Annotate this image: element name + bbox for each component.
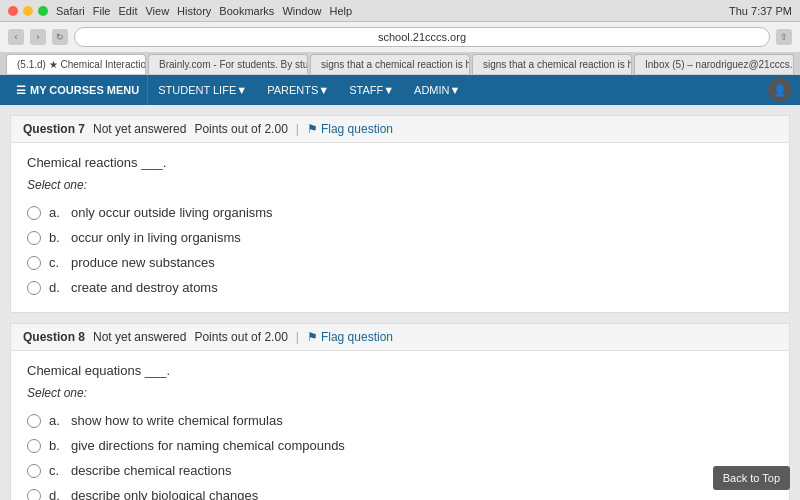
question-8-select-one: Select one: xyxy=(27,386,773,400)
flag-separator-7: | xyxy=(296,122,299,136)
question-8-header: Question 8 Not yet answered Points out o… xyxy=(11,324,789,351)
radio-7-b[interactable] xyxy=(27,231,41,245)
tab-3[interactable]: signs that a chemical reaction is happen… xyxy=(472,54,632,74)
option-text-7-a: only occur outside living organisms xyxy=(71,205,273,220)
maximize-button[interactable] xyxy=(38,6,48,16)
question-8-option-b[interactable]: b. give directions for naming chemical c… xyxy=(27,433,773,458)
back-to-top-button[interactable]: Back to Top xyxy=(713,466,790,490)
menu-view[interactable]: View xyxy=(145,5,169,17)
menu-help[interactable]: Help xyxy=(330,5,353,17)
radio-8-a[interactable] xyxy=(27,414,41,428)
option-letter-8-c: c. xyxy=(49,463,63,478)
tab-0[interactable]: (5.1.d) ★ Chemical Interactions xyxy=(6,54,146,74)
system-time: Thu 7:37 PM xyxy=(729,5,792,17)
menu-bookmarks[interactable]: Bookmarks xyxy=(219,5,274,17)
tab-1[interactable]: Brainly.com - For students. By students. xyxy=(148,54,308,74)
question-7-option-b[interactable]: b. occur only in living organisms xyxy=(27,225,773,250)
user-avatar[interactable]: 👤 xyxy=(768,78,792,102)
question-7-option-a[interactable]: a. only occur outside living organisms xyxy=(27,200,773,225)
option-letter-8-b: b. xyxy=(49,438,63,453)
mac-bar-left: Safari File Edit View History Bookmarks … xyxy=(8,5,352,17)
page-content: Question 7 Not yet answered Points out o… xyxy=(0,105,800,500)
question-8-points: Points out of 2.00 xyxy=(194,330,287,344)
tab-2[interactable]: signs that a chemical reaction is happen… xyxy=(310,54,470,74)
menu-file[interactable]: File xyxy=(93,5,111,17)
share-button[interactable]: ⇧ xyxy=(776,29,792,45)
question-7-text: Chemical reactions ___. xyxy=(27,155,773,170)
forward-button[interactable]: › xyxy=(30,29,46,45)
my-courses-menu[interactable]: ☰ MY COURSES MENU xyxy=(8,75,148,105)
question-7-select-one: Select one: xyxy=(27,178,773,192)
option-letter-7-a: a. xyxy=(49,205,63,220)
option-text-8-c: describe chemical reactions xyxy=(71,463,231,478)
option-text-8-d: describe only biological changes xyxy=(71,488,258,500)
option-letter-8-d: d. xyxy=(49,488,63,500)
browser-toolbar: ‹ › ↻ school.21cccs.org ⇧ xyxy=(0,22,800,52)
site-nav: ☰ MY COURSES MENU STUDENT LIFE ▼ PARENTS… xyxy=(0,75,800,105)
option-text-7-d: create and destroy atoms xyxy=(71,280,218,295)
question-7-option-d[interactable]: d. create and destroy atoms xyxy=(27,275,773,300)
option-text-7-b: occur only in living organisms xyxy=(71,230,241,245)
radio-8-b[interactable] xyxy=(27,439,41,453)
menu-edit[interactable]: Edit xyxy=(118,5,137,17)
menu-history[interactable]: History xyxy=(177,5,211,17)
reload-button[interactable]: ↻ xyxy=(52,29,68,45)
mac-bar-right: Thu 7:37 PM xyxy=(729,5,792,17)
flag-separator-8: | xyxy=(296,330,299,344)
question-8-option-d[interactable]: d. describe only biological changes xyxy=(27,483,773,500)
question-8-option-c[interactable]: c. describe chemical reactions xyxy=(27,458,773,483)
hamburger-icon: ☰ xyxy=(16,84,26,97)
question-8-option-a[interactable]: a. show how to write chemical formulas xyxy=(27,408,773,433)
nav-parents[interactable]: PARENTS ▼ xyxy=(257,75,339,105)
question-7-option-c[interactable]: c. produce new substances xyxy=(27,250,773,275)
radio-7-a[interactable] xyxy=(27,206,41,220)
option-letter-8-a: a. xyxy=(49,413,63,428)
question-7-body: Chemical reactions ___. Select one: a. o… xyxy=(11,143,789,312)
address-text: school.21cccs.org xyxy=(378,31,466,43)
flag-question-8[interactable]: ⚑ Flag question xyxy=(307,330,393,344)
question-8-card: Question 8 Not yet answered Points out o… xyxy=(10,323,790,500)
question-8-status: Not yet answered xyxy=(93,330,186,344)
question-7-label: Question 7 xyxy=(23,122,85,136)
address-bar[interactable]: school.21cccs.org xyxy=(74,27,770,47)
flag-icon-8: ⚑ xyxy=(307,330,318,344)
nav-student-life[interactable]: STUDENT LIFE ▼ xyxy=(148,75,257,105)
question-7-card: Question 7 Not yet answered Points out o… xyxy=(10,115,790,313)
browser-tabs: (5.1.d) ★ Chemical Interactions Brainly.… xyxy=(0,52,800,74)
minimize-button[interactable] xyxy=(23,6,33,16)
radio-8-c[interactable] xyxy=(27,464,41,478)
question-8-body: Chemical equations ___. Select one: a. s… xyxy=(11,351,789,500)
flag-icon-7: ⚑ xyxy=(307,122,318,136)
tab-4[interactable]: Inbox (5) – narodriguez@21cccs.org – 21s… xyxy=(634,54,794,74)
option-letter-7-c: c. xyxy=(49,255,63,270)
close-button[interactable] xyxy=(8,6,18,16)
option-letter-7-d: d. xyxy=(49,280,63,295)
mac-titlebar: Safari File Edit View History Bookmarks … xyxy=(0,0,800,22)
radio-8-d[interactable] xyxy=(27,489,41,501)
question-8-text: Chemical equations ___. xyxy=(27,363,773,378)
back-button[interactable]: ‹ xyxy=(8,29,24,45)
question-7-header: Question 7 Not yet answered Points out o… xyxy=(11,116,789,143)
option-text-7-c: produce new substances xyxy=(71,255,215,270)
browser-chrome: ‹ › ↻ school.21cccs.org ⇧ (5.1.d) ★ Chem… xyxy=(0,22,800,75)
question-7-status: Not yet answered xyxy=(93,122,186,136)
traffic-lights xyxy=(8,6,48,16)
option-text-8-a: show how to write chemical formulas xyxy=(71,413,283,428)
nav-staff[interactable]: STAFF ▼ xyxy=(339,75,404,105)
menu-window[interactable]: Window xyxy=(282,5,321,17)
nav-admin[interactable]: ADMIN ▼ xyxy=(404,75,470,105)
option-letter-7-b: b. xyxy=(49,230,63,245)
app-name: Safari xyxy=(56,5,85,17)
radio-7-c[interactable] xyxy=(27,256,41,270)
flag-question-7[interactable]: ⚑ Flag question xyxy=(307,122,393,136)
radio-7-d[interactable] xyxy=(27,281,41,295)
question-7-points: Points out of 2.00 xyxy=(194,122,287,136)
menu-label: MY COURSES MENU xyxy=(30,84,139,96)
option-text-8-b: give directions for naming chemical comp… xyxy=(71,438,345,453)
question-8-label: Question 8 xyxy=(23,330,85,344)
